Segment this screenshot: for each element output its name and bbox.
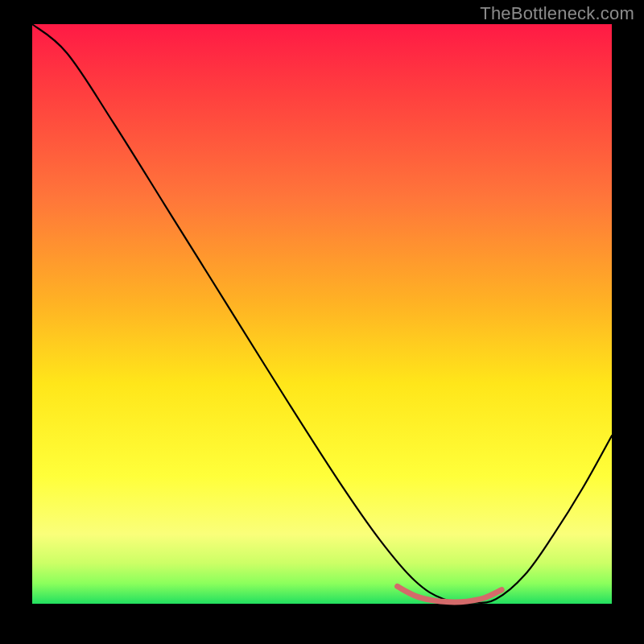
watermark-text: TheBottleneck.com <box>480 3 634 24</box>
bottleneck-chart <box>0 0 644 644</box>
chart-container: TheBottleneck.com <box>0 0 644 644</box>
plot-background <box>32 24 612 604</box>
